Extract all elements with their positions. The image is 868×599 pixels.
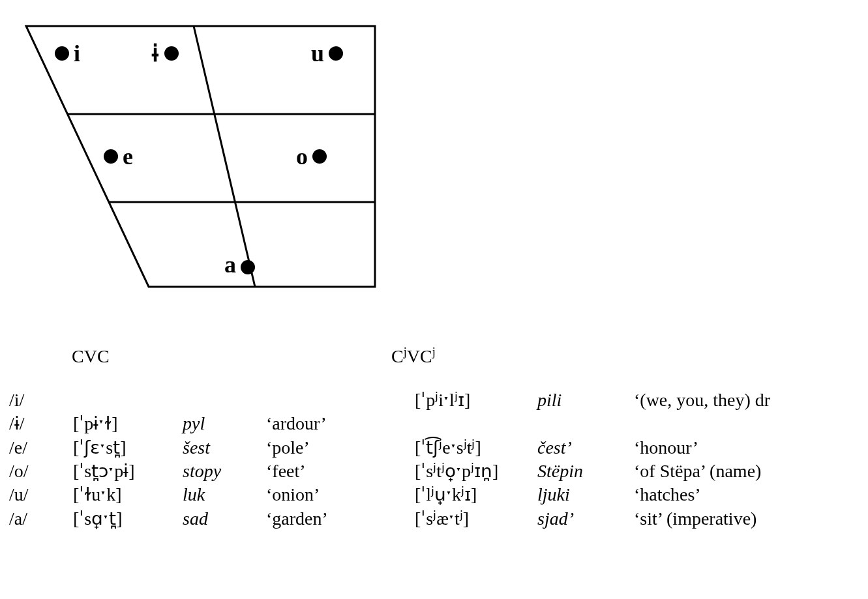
romanization: sad [180, 507, 263, 531]
table-row: /u/[ˈɫuˑk]luk‘onion’[ˈlʲu̟ˑkʲɪ]ljuki‘hat… [7, 483, 773, 506]
header-cjvcj: CjVCj [391, 345, 587, 368]
phoneme: /e/ [7, 436, 70, 460]
phonology-table: CVC CjVCj /i/[ˈpʲiˑlʲɪ]pili‘(we, you, th… [7, 345, 868, 531]
ipa-plain: [ˈst̪ɔˑpɨ] [70, 460, 180, 483]
romanization-palatal: Stëpin [535, 460, 631, 483]
phoneme: /i/ [7, 388, 70, 412]
svg-text:i: i [74, 40, 80, 66]
ipa-palatal: [ˈsʲtʲo̟ˑpʲɪn̪] [412, 460, 535, 483]
ipa-palatal: [ˈlʲu̟ˑkʲɪ] [412, 483, 535, 506]
svg-point-10 [104, 149, 118, 164]
svg-text:ɨ: ɨ [151, 40, 159, 66]
svg-text:e: e [123, 143, 133, 169]
svg-point-12 [312, 149, 327, 164]
svg-point-8 [329, 46, 343, 61]
ipa-plain: [ˈʃɛˑst̪] [70, 436, 180, 460]
table-row: /i/[ˈpʲiˑlʲɪ]pili‘(we, you, they) dr [7, 388, 773, 412]
table-row: /a/[ˈsɑ̟ˑt̪]sad‘garden’[ˈsʲæˑtʲ]sjad’‘si… [7, 507, 773, 531]
gloss-palatal: ‘(we, you, they) dr [631, 388, 773, 412]
table-row: /ɨ/[ˈpɨˑɫ]pyl‘ardour’ [7, 412, 773, 435]
gloss [263, 388, 412, 412]
romanization-palatal: pili [535, 388, 631, 412]
gloss-palatal [631, 412, 773, 435]
romanization: pyl [180, 412, 263, 435]
gloss-palatal: ‘sit’ (imperative) [631, 507, 773, 531]
ipa-palatal: [ˈt͡ʃʲeˑsʲtʲ] [412, 436, 535, 460]
phoneme: /u/ [7, 483, 70, 506]
phoneme: /o/ [7, 460, 70, 483]
table-row: /o/[ˈst̪ɔˑpɨ]stopy‘feet’[ˈsʲtʲo̟ˑpʲɪn̪]S… [7, 460, 773, 483]
romanization-palatal: čest’ [535, 436, 631, 460]
phoneme: /ɨ/ [7, 412, 70, 435]
romanization: luk [180, 483, 263, 506]
romanization-palatal [535, 412, 631, 435]
svg-text:u: u [311, 40, 324, 66]
table-row: /e/[ˈʃɛˑst̪]šest‘pole’[ˈt͡ʃʲeˑsʲtʲ]čest’… [7, 436, 773, 460]
gloss-palatal: ‘honour’ [631, 436, 773, 460]
vowel-trapezoid: iɨueoa [13, 13, 868, 306]
header-cvc: CVC [72, 345, 391, 368]
romanization: šest [180, 436, 263, 460]
svg-point-4 [55, 46, 69, 61]
svg-text:o: o [296, 143, 308, 169]
romanization [180, 388, 263, 412]
ipa-palatal [412, 412, 535, 435]
ipa-plain: [ˈpɨˑɫ] [70, 412, 180, 435]
phoneme: /a/ [7, 507, 70, 531]
romanization-palatal: sjad’ [535, 507, 631, 531]
gloss-palatal: ‘of Stëpa’ (name) [631, 460, 773, 483]
gloss: ‘onion’ [263, 483, 412, 506]
ipa-plain: [ˈɫuˑk] [70, 483, 180, 506]
gloss: ‘pole’ [263, 436, 412, 460]
gloss-palatal: ‘hatches’ [631, 483, 773, 506]
romanization: stopy [180, 460, 263, 483]
ipa-plain: [ˈsɑ̟ˑt̪] [70, 507, 180, 531]
ipa-plain [70, 388, 180, 412]
gloss: ‘feet’ [263, 460, 412, 483]
romanization-palatal: ljuki [535, 483, 631, 506]
svg-point-14 [241, 260, 255, 274]
svg-line-3 [194, 26, 255, 287]
svg-text:a: a [224, 252, 236, 278]
svg-point-6 [164, 46, 179, 61]
gloss: ‘garden’ [263, 507, 412, 531]
ipa-palatal: [ˈpʲiˑlʲɪ] [412, 388, 535, 412]
ipa-palatal: [ˈsʲæˑtʲ] [412, 507, 535, 531]
gloss: ‘ardour’ [263, 412, 412, 435]
